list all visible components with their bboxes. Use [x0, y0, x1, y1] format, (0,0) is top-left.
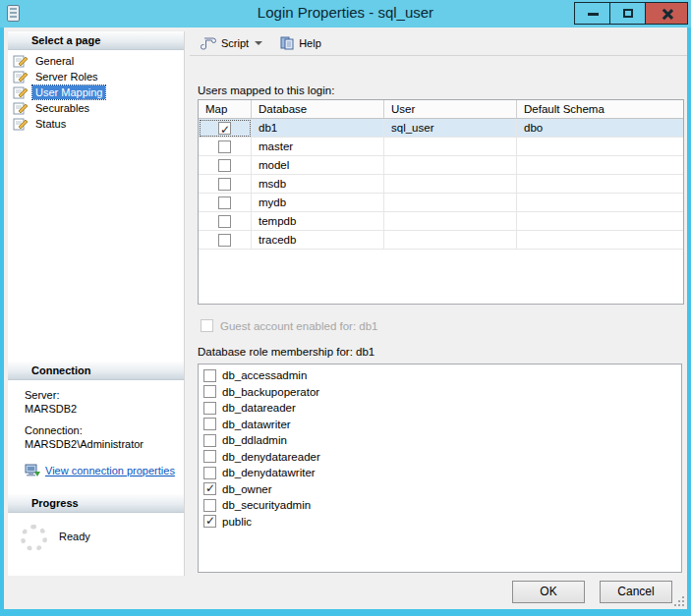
role-item[interactable]: db_owner — [203, 481, 681, 498]
role-item[interactable]: db_denydatareader — [203, 449, 681, 466]
page-icon — [13, 71, 28, 84]
role-checkbox[interactable] — [203, 402, 216, 415]
map-checkbox[interactable] — [218, 159, 231, 172]
role-item[interactable]: db_ddladmin — [203, 432, 681, 449]
role-label: db_denydatawriter — [222, 466, 316, 479]
role-membership-list: db_accessadmin db_backupoperator db_data… — [198, 364, 682, 573]
sidebar-item-status[interactable]: Status — [13, 116, 182, 132]
page-icon — [13, 86, 28, 99]
connection-value: MARSDB2\Administrator — [25, 438, 184, 450]
column-header-default-schema[interactable]: Default Schema — [517, 100, 683, 119]
title-bar[interactable]: Login Properties - sql_user — [0, 0, 691, 28]
view-connection-properties-link[interactable]: View connection properties — [45, 465, 175, 476]
script-button[interactable]: Script — [197, 32, 266, 54]
role-label: public — [222, 515, 252, 529]
database-cell[interactable]: model — [252, 156, 384, 175]
user-cell[interactable] — [384, 231, 517, 250]
connection-properties-icon — [25, 464, 40, 477]
role-checkbox[interactable] — [203, 418, 216, 430]
progress-section: Progress Ready — [8, 494, 184, 513]
resize-grip[interactable] — [674, 596, 684, 606]
ok-button[interactable]: OK — [512, 581, 585, 603]
guest-account-row: Guest account enabled for: db1 — [201, 319, 377, 332]
sidebar-item-user-mapping[interactable]: User Mapping — [13, 84, 182, 100]
user-cell[interactable] — [384, 156, 517, 175]
map-checkbox[interactable] — [218, 122, 231, 135]
map-checkbox[interactable] — [218, 140, 231, 153]
database-cell[interactable]: master — [252, 138, 384, 156]
user-cell[interactable] — [384, 194, 517, 212]
user-cell[interactable] — [384, 175, 517, 194]
map-checkbox[interactable] — [218, 234, 231, 247]
database-cell[interactable]: mydb — [252, 194, 384, 212]
minimize-button[interactable] — [574, 2, 610, 25]
table-row-model[interactable]: model — [199, 156, 683, 175]
sidebar-item-general[interactable]: General — [13, 53, 182, 69]
table-row-master[interactable]: master — [199, 138, 683, 156]
default-schema-cell[interactable] — [517, 175, 683, 194]
role-membership-label: Database role membership for: db1 — [198, 346, 374, 358]
user-cell[interactable]: sql_user — [384, 119, 517, 138]
progress-header: Progress — [8, 494, 184, 513]
role-label: db_accessadmin — [222, 368, 307, 382]
script-button-label: Script — [221, 37, 249, 49]
table-row-msdb[interactable]: msdb — [199, 175, 683, 194]
minimize-icon — [588, 13, 599, 16]
map-checkbox[interactable] — [218, 178, 231, 191]
column-header-user[interactable]: User — [384, 100, 517, 119]
user-cell[interactable] — [384, 212, 517, 231]
default-schema-cell[interactable] — [517, 194, 683, 212]
role-label: db_datawriter — [222, 418, 291, 431]
role-label: db_datareader — [222, 401, 296, 415]
sidebar-item-securables[interactable]: Securables — [13, 100, 182, 116]
database-cell[interactable]: tempdb — [252, 212, 384, 231]
database-cell[interactable]: tracedb — [252, 231, 384, 250]
sidebar-item-server-roles[interactable]: Server Roles — [13, 69, 182, 84]
close-button[interactable] — [645, 2, 688, 25]
database-cell[interactable]: db1 — [252, 119, 384, 138]
help-button[interactable]: Help — [276, 32, 325, 54]
page-icon — [13, 102, 28, 115]
role-item[interactable]: db_datareader — [203, 400, 681, 417]
table-row-db1[interactable]: db1 sql_user dbo — [199, 119, 683, 138]
role-item[interactable]: db_accessadmin — [203, 367, 681, 384]
role-item[interactable]: db_denydatawriter — [203, 465, 681, 481]
default-schema-cell[interactable] — [517, 138, 683, 156]
role-checkbox[interactable] — [203, 515, 216, 528]
table-row-mydb[interactable]: mydb — [199, 194, 683, 212]
default-schema-cell[interactable] — [517, 231, 683, 250]
role-checkbox[interactable] — [203, 369, 216, 382]
user-cell[interactable] — [384, 138, 517, 156]
table-row-tracedb[interactable]: tracedb — [199, 231, 683, 250]
help-icon — [280, 36, 295, 50]
default-schema-cell[interactable]: dbo — [517, 119, 683, 138]
role-checkbox[interactable] — [203, 385, 216, 398]
column-header-database[interactable]: Database — [252, 100, 384, 119]
table-row-tempdb[interactable]: tempdb — [199, 212, 683, 231]
progress-status: Ready — [59, 531, 90, 542]
map-checkbox[interactable] — [218, 215, 231, 228]
database-cell[interactable]: msdb — [252, 175, 384, 194]
role-item[interactable]: db_datawriter — [203, 417, 681, 433]
role-checkbox[interactable] — [203, 450, 216, 463]
role-checkbox[interactable] — [203, 434, 216, 447]
cancel-button[interactable]: Cancel — [600, 581, 672, 603]
page-icon — [13, 55, 28, 68]
help-button-label: Help — [299, 37, 321, 49]
dialog-body: Select a page General Server Roles User … — [4, 28, 687, 609]
connection-label: Connection: — [25, 424, 184, 436]
role-item[interactable]: db_securityadmin — [203, 497, 681, 514]
role-item[interactable]: public — [203, 514, 681, 531]
role-checkbox[interactable] — [203, 482, 216, 495]
role-item[interactable]: db_backupoperator — [203, 384, 681, 401]
role-label: db_owner — [222, 482, 272, 496]
column-header-map[interactable]: Map — [199, 100, 252, 119]
role-checkbox[interactable] — [203, 467, 216, 479]
maximize-button[interactable] — [609, 2, 646, 25]
role-checkbox[interactable] — [203, 499, 216, 512]
map-checkbox[interactable] — [218, 196, 231, 209]
default-schema-cell[interactable] — [517, 212, 683, 231]
maximize-icon — [623, 9, 633, 18]
progress-spinner-icon — [21, 525, 47, 551]
default-schema-cell[interactable] — [517, 156, 683, 175]
